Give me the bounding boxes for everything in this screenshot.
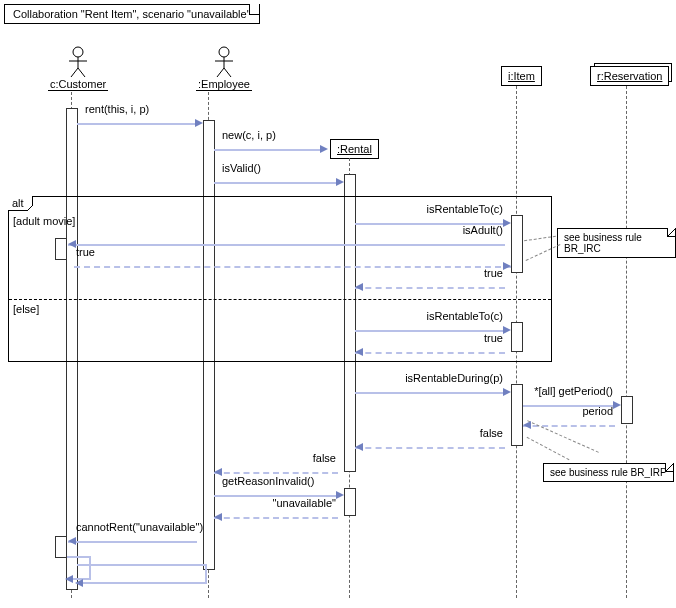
svg-line-4: [78, 68, 85, 77]
svg-point-0: [73, 47, 83, 57]
lifeline: [626, 86, 627, 598]
msg-isvalid: isValid(): [214, 175, 344, 189]
alt-divider: [9, 299, 551, 300]
object-rental: :Rental: [330, 139, 379, 159]
note-br-irc: see business rule BR_IRC: [557, 228, 676, 258]
msg-isadult: isAdult(): [68, 237, 511, 251]
employee-label: :Employee: [196, 78, 252, 91]
person-icon: [213, 46, 235, 78]
actor-customer: c:Customer: [48, 46, 108, 91]
svg-line-3: [71, 68, 78, 77]
svg-point-5: [219, 47, 229, 57]
activation: [621, 396, 633, 424]
msg-isrentableduring: isRentableDuring(p): [355, 385, 511, 399]
msg-rent: rent(this, i, p): [77, 116, 203, 130]
msg-true3: true: [355, 345, 511, 359]
msg-true2: true: [355, 280, 511, 294]
activation: [55, 536, 67, 558]
object-item: i:Item: [501, 66, 542, 86]
msg-false1: false: [355, 440, 511, 454]
guard-else: [else]: [13, 303, 39, 315]
activation: [344, 488, 356, 516]
guard-adult: [adult movie]: [13, 215, 75, 227]
svg-line-8: [217, 68, 224, 77]
object-reservation: r:Reservation: [590, 66, 669, 86]
diagram-title: Collaboration "Rent Item", scenario "una…: [4, 4, 260, 24]
svg-line-9: [224, 68, 231, 77]
msg-cannotrent: cannotRent("unavailable"): [68, 534, 203, 548]
note-br-irp: see business rule BR_IRP: [543, 463, 674, 482]
actor-employee: :Employee: [196, 46, 252, 91]
activation: [511, 384, 523, 446]
note-connector: [527, 437, 570, 460]
person-icon: [67, 46, 89, 78]
msg-true1: true: [68, 259, 511, 273]
msg-unavailable: "unavailable": [214, 510, 344, 524]
return-employee: [77, 564, 207, 584]
msg-new: new(c, i, p): [214, 142, 328, 156]
alt-operator: alt: [8, 196, 33, 211]
customer-label: c:Customer: [48, 78, 108, 91]
